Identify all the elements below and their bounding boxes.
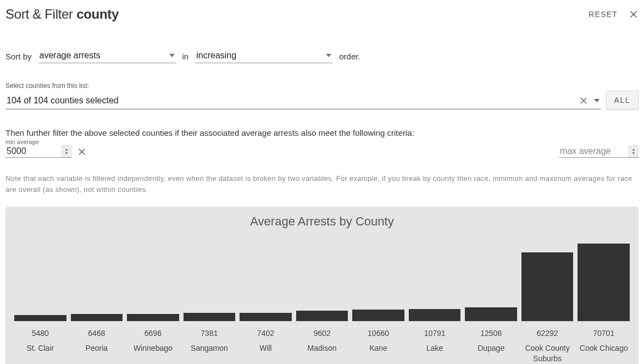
chart-bar-value: 5480 [13, 329, 68, 338]
chart-title: Average Arrests by County [13, 214, 631, 229]
sort-metric-value: average arrests [40, 51, 101, 60]
county-multiselect[interactable]: 104 of 104 counties selected [5, 92, 601, 109]
chart-axis-label: 7381Sangamon [182, 329, 237, 364]
chart-bar-value: 6696 [126, 329, 180, 338]
chart-bar-category: Will [238, 343, 293, 354]
sort-by-label: Sort by [5, 52, 32, 63]
select-all-button[interactable]: ALL [606, 91, 639, 109]
county-select-hint: Select counties from this list: [5, 82, 639, 90]
chart-bar-category: Kane [351, 343, 406, 354]
chart-bar-category: Peoria [70, 343, 124, 354]
chart-plot-area [13, 233, 631, 321]
chart-bar-category: St. Clair [13, 343, 68, 354]
chart-axis-label: 10791Lake [408, 329, 462, 364]
chart-bar [182, 233, 237, 321]
criteria-intro: Then further filter the above selected c… [5, 128, 639, 137]
chart-bar-category: Lake [408, 343, 462, 354]
sort-direction-value: increasing [196, 51, 236, 60]
filter-note: Note that each variable is filtered inde… [5, 173, 639, 195]
chart-bar-value: 62292 [520, 329, 575, 338]
chart-bar-value: 12508 [464, 329, 518, 338]
chart-axis-label: 6696Winnebago [126, 329, 180, 364]
title-prefix: Sort & Filter [5, 7, 73, 21]
chart-axis-label: 70701Cook Chicago [576, 329, 631, 364]
chart-axis-label: 7402Will [238, 329, 293, 364]
sort-direction-select[interactable]: increasing [195, 48, 332, 63]
chart-bar [126, 233, 180, 321]
chart-bar [351, 233, 406, 321]
sort-metric-select[interactable]: average arrests [38, 48, 176, 63]
chart-bar [520, 233, 575, 321]
chart-bar [464, 233, 518, 321]
chart-axis-label: 9602Madison [295, 329, 349, 364]
max-average-placeholder: max average [560, 146, 611, 156]
title-subject: county [76, 7, 119, 21]
page-title: Sort & Filter county [5, 7, 119, 22]
max-average-input[interactable]: max average ▲▼ [559, 145, 639, 158]
chart-bar [70, 233, 124, 321]
sort-order-label: order. [339, 52, 360, 63]
sort-in-label: in [182, 52, 189, 63]
chart-bar [408, 233, 462, 321]
clear-selection-icon[interactable] [579, 96, 589, 106]
chart-axis-label: 6468Peoria [70, 329, 124, 364]
min-average-input[interactable]: 5000 ▲▼ [5, 145, 71, 158]
reset-button[interactable]: RESET [589, 10, 618, 19]
chart-bar-category: Dupage [464, 343, 518, 354]
chart-bar-value: 9602 [295, 329, 349, 338]
chart-bar-category: Sangamon [182, 343, 237, 354]
chart-axis-label: 62292Cook County Suburbs [520, 329, 575, 364]
chart-card: Average Arrests by County 5480St. Clair6… [5, 207, 639, 364]
chart-bar-value: 7402 [238, 329, 293, 338]
chart-bar [576, 233, 631, 321]
chevron-down-icon [169, 54, 175, 57]
chart-bar-category: Winnebago [126, 343, 180, 354]
stepper-buttons-icon[interactable]: ▲▼ [629, 145, 639, 157]
min-average-label: min average [5, 139, 87, 145]
chart-bar-value: 70701 [576, 329, 631, 338]
chart-bar [238, 233, 293, 321]
chart-bar-category: Cook Chicago [576, 343, 631, 354]
chart-bar-value: 10660 [351, 329, 406, 338]
chart-bar [13, 233, 68, 321]
min-average-value: 5000 [7, 146, 26, 156]
stepper-buttons-icon[interactable]: ▲▼ [62, 145, 71, 157]
clear-min-icon[interactable] [77, 147, 87, 158]
chart-bar-category: Madison [295, 343, 349, 354]
chart-axis-label: 5480St. Clair [13, 329, 68, 364]
chart-axis-label: 12508Dupage [464, 329, 518, 364]
close-icon[interactable] [629, 9, 639, 19]
chevron-down-icon [594, 99, 599, 102]
chevron-down-icon [326, 54, 331, 57]
county-select-summary: 104 of 104 counties selected [7, 96, 119, 105]
chart-bar [295, 233, 349, 321]
chart-bar-value: 10791 [408, 329, 462, 338]
chart-bar-category: Cook County Suburbs [520, 343, 575, 364]
chart-bar-value: 6468 [70, 329, 124, 338]
chart-bar-value: 7381 [182, 329, 237, 338]
chart-axis-label: 10660Kane [351, 329, 406, 364]
chart-labels-row: 5480St. Clair6468Peoria6696Winnebago7381… [13, 329, 631, 364]
